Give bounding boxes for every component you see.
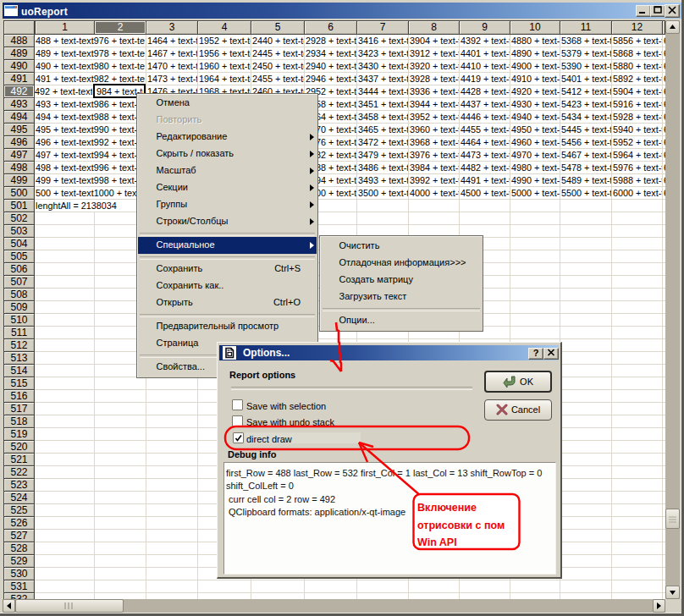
svg-text:отрисовки с пом: отрисовки с пом [417, 520, 505, 531]
svg-text:Включение: Включение [417, 502, 477, 514]
svg-text:Win API: Win API [417, 536, 457, 548]
